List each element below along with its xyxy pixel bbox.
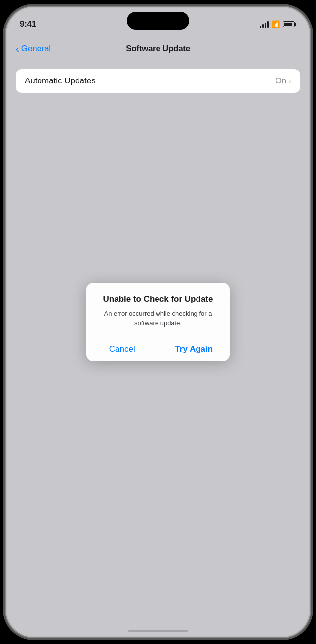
alert-title: Unable to Check for Update bbox=[95, 294, 221, 305]
alert-buttons: Cancel Try Again bbox=[86, 337, 230, 361]
status-time: 9:41 bbox=[20, 19, 36, 29]
alert-dialog: Unable to Check for Update An error occu… bbox=[86, 283, 230, 361]
alert-content: Unable to Check for Update An error occu… bbox=[86, 283, 230, 337]
wifi-icon: 📶 bbox=[272, 20, 280, 28]
signal-bars-icon bbox=[260, 21, 269, 28]
phone-frame: 9:41 📶 ‹ General Softwar bbox=[5, 6, 311, 638]
cancel-button[interactable]: Cancel bbox=[86, 337, 158, 361]
alert-message: An error occurred while checking for a s… bbox=[95, 309, 221, 328]
try-again-button[interactable]: Try Again bbox=[158, 337, 230, 361]
dynamic-island bbox=[127, 12, 189, 30]
battery-icon bbox=[283, 21, 296, 27]
alert-overlay: Unable to Check for Update An error occu… bbox=[6, 7, 310, 637]
home-indicator bbox=[128, 630, 188, 632]
status-icons: 📶 bbox=[260, 20, 296, 28]
